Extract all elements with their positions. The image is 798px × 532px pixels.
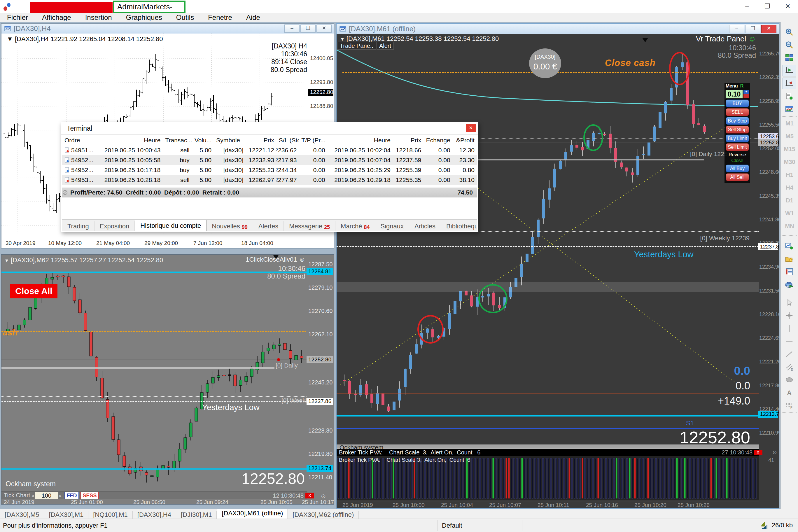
objects-list-icon[interactable] bbox=[782, 266, 796, 278]
terminal-tab-messagerie[interactable]: Messagerie25 bbox=[284, 221, 336, 231]
m61-supply-zone[interactable] bbox=[337, 282, 759, 292]
column-header[interactable]: Prix bbox=[246, 137, 277, 144]
auto-scroll-icon[interactable] bbox=[782, 65, 796, 76]
menu-item-affichage[interactable]: Affichage bbox=[35, 14, 78, 22]
menu-item-insertion[interactable]: Insertion bbox=[78, 14, 119, 22]
terminal-close-icon[interactable]: ✕ bbox=[466, 124, 476, 132]
menu-item-fenetre[interactable]: Fenetre bbox=[201, 14, 239, 22]
vertical-line-icon[interactable] bbox=[782, 323, 796, 334]
chart-tab--dax30-m5[interactable]: [DAX30],M5 bbox=[0, 511, 44, 519]
add-indicator-icon[interactable] bbox=[782, 240, 796, 252]
trendline-icon[interactable] bbox=[782, 348, 796, 360]
zoom-out-icon[interactable] bbox=[782, 39, 796, 51]
column-header[interactable]: T/P (Pr... bbox=[299, 137, 327, 144]
terminal-tab-alertes[interactable]: Alertes bbox=[253, 221, 284, 231]
column-header[interactable]: Echange bbox=[423, 137, 452, 144]
child-restore-icon[interactable]: ❐ bbox=[745, 25, 760, 33]
attach-icon[interactable]: ⊙ bbox=[321, 493, 326, 500]
all-buy-button[interactable]: All Buy bbox=[726, 165, 749, 172]
timeframe-mn[interactable]: MN bbox=[781, 223, 798, 230]
terminal-tab-exposition[interactable]: Exposition bbox=[95, 221, 135, 231]
reverse-button[interactable]: Reverse bbox=[724, 152, 750, 158]
menu-item-fichier[interactable]: Fichier bbox=[0, 14, 35, 22]
tick-chart-label[interactable]: Tick Chart bbox=[4, 492, 30, 499]
m62-resistance-line[interactable] bbox=[1, 271, 307, 273]
close-button[interactable]: Close bbox=[724, 158, 750, 164]
timeframe-h4[interactable]: H4 bbox=[781, 184, 798, 191]
table-row[interactable]: 54952...2019.06.25 10:17:18buy5.00[dax30… bbox=[62, 165, 477, 175]
m61-yesterdays-low-line[interactable] bbox=[337, 246, 759, 247]
trade-panel-header[interactable]: MenuR– bbox=[724, 83, 750, 89]
new-order-icon[interactable] bbox=[782, 90, 796, 102]
maximize-icon[interactable]: ❐ bbox=[757, 0, 778, 13]
chart-window-title-bar[interactable]: [DAX30],H4 – ❐ ✕ bbox=[1, 24, 334, 34]
templates-icon[interactable] bbox=[782, 253, 796, 265]
terminal-tab-march-[interactable]: Marché84 bbox=[336, 221, 375, 231]
timeframe-m5[interactable]: M5 bbox=[781, 133, 798, 140]
all-sell-button[interactable]: All Sell bbox=[726, 173, 749, 181]
table-row[interactable]: 54952...2019.06.25 10:05:58buy5.00[dax30… bbox=[62, 155, 477, 165]
zoom-in-icon[interactable] bbox=[782, 26, 796, 38]
child-minimize-icon[interactable]: – bbox=[729, 25, 744, 33]
chart-tab--dax30-m61-offline-[interactable]: [DAX30],M61 (offline) bbox=[217, 509, 288, 519]
panel-minimize-icon[interactable]: – bbox=[746, 83, 749, 89]
buy-stop-button[interactable]: Buy Stop bbox=[726, 117, 749, 125]
volume-minus-icon[interactable]: - bbox=[743, 94, 749, 98]
timeframe-m1[interactable]: M1 bbox=[781, 120, 798, 127]
table-row[interactable]: 54953...2019.06.25 10:28:18sell5.00[dax3… bbox=[62, 175, 477, 185]
draw-fibonacci-icon[interactable]: F bbox=[782, 400, 796, 411]
chart-tab--nq100-m1[interactable]: [NQ100],M1 bbox=[88, 511, 133, 519]
chart-tab--dax30-h4[interactable]: [DAX30],H4 bbox=[133, 511, 176, 519]
increase-icon[interactable]: ▸ bbox=[59, 493, 61, 498]
child-maximize-icon[interactable]: ❐ bbox=[300, 24, 316, 33]
column-header[interactable]: Transac... bbox=[163, 137, 192, 144]
m61-time-axis[interactable]: 25 Jun 201925 Jun 10:0025 Jun 10:0425 Ju… bbox=[337, 501, 759, 508]
column-header[interactable]: Heure bbox=[327, 137, 393, 144]
menu-item-aide[interactable]: Aide bbox=[239, 14, 267, 22]
column-header[interactable]: Prix bbox=[393, 137, 423, 144]
terminal-tab-articles[interactable]: Articles bbox=[409, 221, 441, 231]
buy-limit-button[interactable]: Buy Limit bbox=[726, 134, 749, 142]
sell-button[interactable]: SELL bbox=[726, 108, 749, 116]
cursor-icon[interactable] bbox=[782, 297, 796, 309]
ffd-button[interactable]: FFD bbox=[64, 492, 79, 499]
m62-daily-line[interactable] bbox=[1, 367, 274, 369]
m61-red-line[interactable] bbox=[337, 393, 759, 394]
tile-windows-icon[interactable] bbox=[782, 52, 796, 63]
timeframe-h1[interactable]: H1 bbox=[781, 171, 798, 178]
horizontal-line-icon[interactable] bbox=[782, 336, 796, 347]
terminal-tab-bibliotheque[interactable]: Bibliotheque bbox=[441, 221, 477, 231]
menu-item-graphiques[interactable]: Graphiques bbox=[119, 14, 169, 22]
column-header[interactable]: Ordre bbox=[62, 137, 100, 144]
close-icon[interactable]: ✕ bbox=[778, 0, 798, 13]
trade-panel-button[interactable]: Trade Pane.. bbox=[337, 42, 376, 50]
menu-item-outils[interactable]: Outils bbox=[169, 14, 201, 22]
strategy-tester-icon[interactable] bbox=[782, 279, 796, 290]
m62-support-line[interactable] bbox=[1, 469, 307, 470]
sell-limit-button[interactable]: Sell Limit bbox=[726, 143, 749, 151]
m62-weekly-line[interactable] bbox=[1, 401, 307, 402]
chart-tab--dji30-m1[interactable]: [DJI30],M1 bbox=[176, 511, 217, 519]
m61-separator-band[interactable] bbox=[337, 444, 759, 449]
timeframe-w1[interactable]: W1 bbox=[781, 210, 798, 217]
m62-price-axis[interactable]: 12287.5012279.1012270.6012262.1012245.20… bbox=[306, 254, 334, 504]
chart-shift-icon[interactable] bbox=[782, 78, 796, 89]
timeframe-d1[interactable]: D1 bbox=[781, 197, 798, 204]
column-header[interactable]: S/L (Sto... bbox=[277, 137, 299, 144]
volume-input[interactable]: 0.10 bbox=[725, 90, 743, 99]
table-row[interactable]: 54951...2019.06.25 10:00:43sell5.00[dax3… bbox=[62, 145, 477, 155]
buy-button[interactable]: BUY bbox=[726, 99, 749, 107]
child-close-icon[interactable]: ✕ bbox=[317, 24, 331, 33]
m61-chart-area[interactable]: ▼ [DAX30],M61 12252.54 12253.38 12252.54… bbox=[337, 34, 779, 508]
terminal-tab-signaux[interactable]: Signaux bbox=[375, 221, 409, 231]
m61-cyan-line[interactable] bbox=[337, 415, 759, 417]
indicators-icon[interactable] bbox=[782, 103, 796, 115]
draw-channel-icon[interactable]: E bbox=[782, 361, 796, 373]
terminal-tab-historique-du-compte[interactable]: Historique du compte bbox=[135, 220, 207, 231]
column-header[interactable]: &Profit bbox=[453, 137, 477, 144]
timeframe-m30[interactable]: M30 bbox=[781, 159, 798, 165]
h4-time-axis[interactable]: 30 Apr 201910 May 12:0021 May 04:0029 Ma… bbox=[1, 240, 308, 247]
child-close-icon[interactable]: ✕ bbox=[761, 25, 776, 33]
child-minimize-icon[interactable]: – bbox=[284, 24, 300, 33]
draw-text-icon[interactable]: A bbox=[782, 387, 796, 398]
